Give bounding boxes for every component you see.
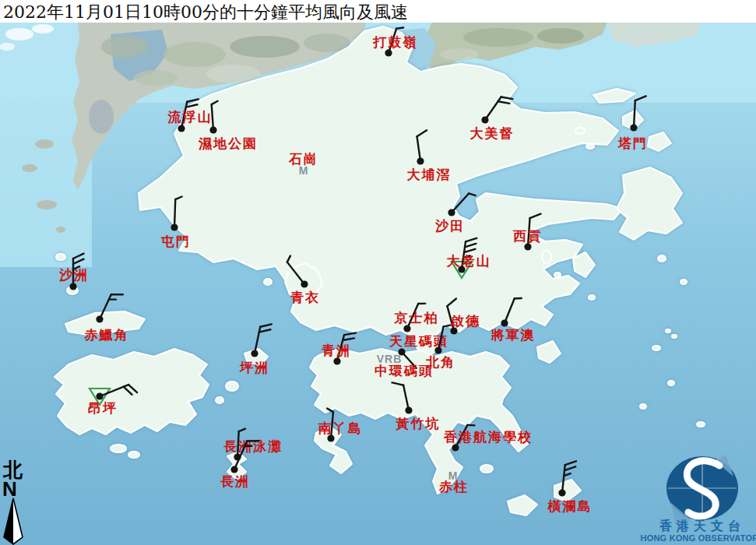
station-label: 黃竹坑 bbox=[396, 416, 441, 431]
island-small bbox=[554, 272, 561, 277]
station-label: 沙田 bbox=[434, 218, 465, 234]
island-ninepin bbox=[666, 329, 670, 332]
hko-name-english: HONG KONG OBSERVATORY bbox=[641, 533, 756, 543]
station-label: 南丫島 bbox=[318, 420, 363, 436]
station-dot[interactable] bbox=[481, 116, 488, 123]
station-label: 流浮山 bbox=[167, 109, 213, 125]
station-dot[interactable] bbox=[251, 350, 258, 357]
station-dot[interactable] bbox=[333, 357, 340, 364]
island-small bbox=[697, 422, 705, 427]
island-lung-kwu-chau bbox=[56, 254, 65, 260]
station-label: 大老山 bbox=[447, 253, 491, 269]
island-ma-wan bbox=[264, 279, 272, 285]
station-label: 青衣 bbox=[290, 290, 320, 305]
station-label: 長洲 bbox=[220, 473, 250, 489]
station-label: 坪洲 bbox=[239, 360, 269, 375]
station-dot[interactable] bbox=[405, 406, 412, 413]
station-label: 屯門 bbox=[160, 234, 191, 249]
station-label: 打鼓嶺 bbox=[373, 34, 418, 50]
station-dot[interactable] bbox=[69, 283, 76, 290]
station-label: 將軍澳 bbox=[491, 327, 536, 343]
station-dot[interactable] bbox=[96, 392, 103, 399]
satellite-island bbox=[22, 164, 37, 172]
station-dot[interactable] bbox=[230, 466, 237, 473]
island-beaufort bbox=[480, 465, 493, 473]
station-label: 中環碼頭 bbox=[374, 363, 434, 378]
hk-wind-map: 打鼓嶺流浮山濕地公園M石崗大美督塔門大埔滘沙田屯門西貢沙洲大老山青衣京士柏啟德將… bbox=[0, 0, 756, 545]
station-dot[interactable] bbox=[209, 126, 216, 133]
landmass-sai-kung-east bbox=[617, 167, 682, 240]
satellite-island bbox=[56, 227, 65, 233]
station-dot[interactable] bbox=[558, 489, 565, 496]
island-small bbox=[668, 381, 674, 385]
island-small bbox=[640, 404, 646, 409]
island-soko bbox=[111, 445, 126, 452]
station-dot[interactable] bbox=[452, 444, 459, 451]
title-bar: 2022年11月01日10時00分的十分鐘平均風向及風速 bbox=[0, 0, 756, 23]
station-label: 青洲 bbox=[322, 343, 351, 358]
station-dot[interactable] bbox=[434, 346, 441, 353]
station-dot[interactable] bbox=[630, 124, 637, 131]
station-label: 啟德 bbox=[450, 313, 480, 329]
wind-map-page: 打鼓嶺流浮山濕地公園M石崗大美督塔門大埔滘沙田屯門西貢沙洲大老山青衣京士柏啟德將… bbox=[0, 0, 756, 545]
island-small bbox=[589, 295, 595, 300]
island-small bbox=[586, 144, 594, 149]
map-title: 2022年11月01日10時00分的十分鐘平均風向及風速 bbox=[3, 2, 408, 22]
station-dot[interactable] bbox=[385, 49, 392, 56]
island-small bbox=[658, 255, 666, 262]
station-label: 大美督 bbox=[470, 125, 515, 141]
island-small bbox=[216, 397, 223, 403]
station-dot[interactable] bbox=[96, 315, 103, 322]
station-dot[interactable] bbox=[417, 157, 424, 164]
cloud bbox=[5, 28, 33, 40]
station-label: 赤鱲角 bbox=[84, 327, 129, 343]
hko-name-chinese: 香港天文台 bbox=[659, 519, 745, 533]
island-small bbox=[652, 346, 660, 350]
island-sharp bbox=[542, 251, 551, 263]
island-lantau bbox=[55, 349, 209, 434]
island-ninepin bbox=[672, 335, 677, 338]
station-label: 大埔滘 bbox=[407, 167, 452, 182]
station-label: 石崗 bbox=[288, 151, 318, 167]
satellite-island bbox=[35, 139, 54, 149]
island-hei-ling-chau bbox=[226, 382, 238, 391]
station-label: 西貢 bbox=[512, 228, 543, 244]
station-label: 京士柏 bbox=[394, 310, 439, 325]
station-label: 濕地公園 bbox=[198, 135, 258, 151]
station-dot[interactable] bbox=[301, 280, 308, 287]
station-label: 香港航海學校 bbox=[443, 429, 533, 445]
island-small bbox=[575, 128, 585, 134]
station-label: 赤柱 bbox=[438, 479, 469, 494]
station-label: 塔門 bbox=[617, 135, 648, 151]
satellite-island bbox=[37, 200, 57, 209]
station-label: 橫瀾島 bbox=[547, 498, 592, 514]
station-dot[interactable] bbox=[178, 125, 185, 132]
island-soko bbox=[128, 452, 139, 458]
cloud bbox=[32, 24, 54, 33]
station-dot[interactable] bbox=[403, 325, 410, 332]
station-dot[interactable] bbox=[448, 209, 455, 216]
station-dot[interactable] bbox=[171, 223, 178, 230]
station-dot[interactable] bbox=[501, 319, 508, 326]
island-small bbox=[680, 280, 687, 284]
station-label: 昂坪 bbox=[88, 400, 118, 416]
station-dot[interactable] bbox=[524, 243, 531, 250]
station-label: 沙洲 bbox=[58, 267, 89, 283]
north-label-en: N bbox=[2, 477, 17, 501]
